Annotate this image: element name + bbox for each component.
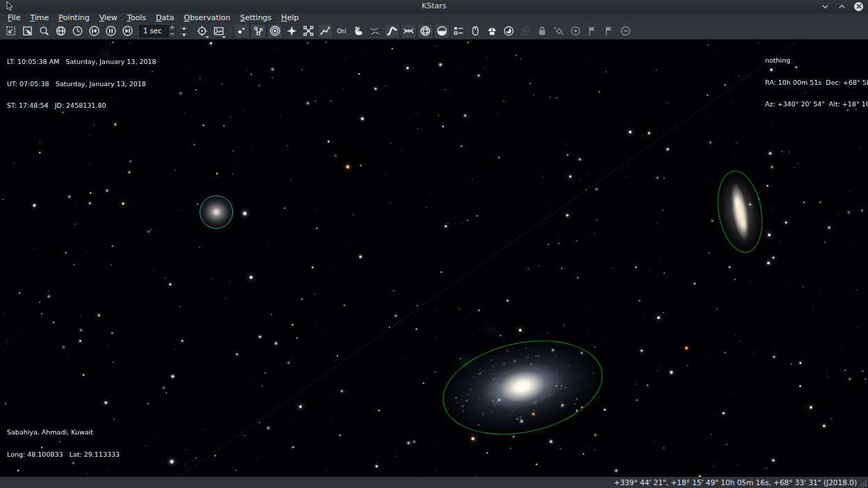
flags-icon bbox=[453, 25, 465, 37]
window-title: KStars bbox=[421, 1, 447, 10]
flag-icon bbox=[603, 25, 615, 37]
toggle-constellation-art-button[interactable] bbox=[351, 24, 367, 39]
telescope-lock-button bbox=[534, 24, 550, 39]
zoom-fit-button[interactable] bbox=[3, 24, 19, 39]
toggle-horizontal-grid-button[interactable] bbox=[417, 24, 433, 39]
toggle-constellation-names-button[interactable]: Ori bbox=[334, 24, 350, 39]
constellation-boundaries-icon bbox=[369, 25, 381, 37]
time-step-back-button[interactable] bbox=[86, 24, 102, 39]
constellation-lines-icon bbox=[319, 25, 331, 37]
toggle-solar-system-button[interactable] bbox=[267, 24, 283, 39]
menu-view[interactable]: View bbox=[95, 13, 122, 23]
set-time-button[interactable] bbox=[70, 24, 86, 39]
time-step-forward-button[interactable] bbox=[120, 24, 136, 39]
location-coords-text: Long: 48.100833 Lat: 29.113333 bbox=[5, 451, 122, 459]
toggle-satellites-button[interactable] bbox=[300, 24, 316, 39]
media-step-back-icon bbox=[88, 25, 100, 37]
telescope-sync-button bbox=[601, 24, 617, 39]
focus-info-box: nothing RA: 10h 00m 51s Dec: +68° 58' 57… bbox=[763, 42, 868, 123]
constellation-names-icon: Ori bbox=[336, 25, 348, 37]
time-pause-button[interactable] bbox=[103, 24, 119, 39]
find-object-button[interactable] bbox=[36, 24, 52, 39]
dropdown-caret-icon bbox=[205, 36, 209, 38]
time-step-input[interactable]: 1 sec bbox=[139, 25, 168, 38]
menu-observation[interactable]: Observation bbox=[179, 13, 235, 23]
center-target-icon bbox=[520, 25, 531, 37]
toggle-opaque-ground-button[interactable] bbox=[434, 24, 450, 39]
set-geographic-location-button[interactable] bbox=[53, 24, 69, 39]
close-button[interactable] bbox=[854, 2, 863, 11]
focus-object-name: nothing bbox=[763, 57, 792, 65]
location-info-box: Sabahiya, Ahmadi, Kuwait Long: 48.100833… bbox=[5, 414, 122, 473]
maximize-button[interactable] bbox=[837, 2, 846, 11]
telescope-center-button bbox=[517, 24, 533, 39]
toggle-constellation-boundaries-button[interactable] bbox=[367, 24, 383, 39]
sparkle-icon bbox=[553, 25, 565, 37]
time-unit-up-button[interactable]: ▲ bbox=[179, 25, 189, 31]
zoom-select-icon bbox=[22, 25, 33, 37]
menu-pointing[interactable]: Pointing bbox=[54, 13, 94, 23]
menu-time[interactable]: Time bbox=[25, 13, 54, 23]
telescope-abort-button bbox=[618, 24, 634, 39]
toggle-stars-button[interactable] bbox=[234, 24, 250, 39]
statusbar-coordinates: +339° 44' 21", +18° 15' 49" 10h 05m 16s,… bbox=[614, 478, 857, 487]
menubar: FileTimePointingViewToolsDataObservation… bbox=[0, 13, 868, 23]
mouse-cursor-icon bbox=[6, 1, 14, 12]
menu-file[interactable]: File bbox=[3, 13, 25, 23]
toggle-equatorial-grid-button[interactable] bbox=[401, 24, 417, 39]
sidereal-time-text: ST: 17:48:54 JD: 2458131.80 bbox=[5, 102, 108, 110]
search-icon bbox=[38, 25, 50, 37]
dropdown-caret-icon bbox=[222, 36, 226, 38]
toggle-supernovae-button[interactable] bbox=[284, 24, 300, 39]
fov-symbols-button[interactable] bbox=[211, 24, 227, 39]
whats-interesting-button[interactable] bbox=[501, 24, 517, 39]
telescope-calibrate-button bbox=[551, 24, 567, 39]
media-step-forward-icon bbox=[122, 25, 134, 37]
toggle-deep-sky-objects-button[interactable] bbox=[250, 24, 266, 39]
dome-icon bbox=[486, 25, 498, 37]
time-step-widget: 1 sec+−▲▼ bbox=[139, 25, 189, 38]
svg-text:Ori: Ori bbox=[337, 28, 346, 35]
crosshair-icon bbox=[196, 25, 208, 37]
lock-icon bbox=[536, 25, 548, 37]
dso-marker-elliptical-galaxy-selected[interactable] bbox=[200, 195, 233, 229]
time-step-decrease-button[interactable]: − bbox=[168, 31, 176, 38]
milky-way-icon bbox=[386, 25, 398, 37]
ekos-button[interactable] bbox=[484, 24, 500, 39]
indi-control-panel-button[interactable] bbox=[467, 24, 483, 39]
telescope-slew-button bbox=[584, 24, 600, 39]
stars-icon bbox=[236, 25, 248, 37]
menu-tools[interactable]: Tools bbox=[122, 13, 151, 23]
deep-sky-icon bbox=[252, 25, 264, 37]
time-unit-down-button[interactable]: ▼ bbox=[179, 32, 189, 38]
statusbar: +339° 44' 21", +18° 15' 49" 10h 05m 16s,… bbox=[0, 477, 868, 488]
ground-icon bbox=[436, 25, 448, 37]
kstars-window: KStars FileTimePointingViewToolsDataObse… bbox=[0, 0, 868, 488]
universal-time-text: UT: 07:05:38 Saturday, January 13, 2018 bbox=[5, 81, 148, 88]
toggle-constellation-lines-button[interactable] bbox=[317, 24, 333, 39]
local-time-text: LT: 10:05:38 AM Saturday, January 13, 20… bbox=[5, 58, 159, 66]
toggle-milky-way-button[interactable] bbox=[384, 24, 400, 39]
sky-map[interactable]: LT: 10:05:38 AM Saturday, January 13, 20… bbox=[0, 40, 868, 477]
horizontal-grid-icon bbox=[419, 25, 431, 37]
satellite-icon bbox=[303, 25, 314, 37]
resize-grip[interactable] bbox=[860, 480, 867, 487]
equatorial-grid-icon bbox=[403, 25, 415, 37]
zoom-select-button[interactable] bbox=[19, 24, 35, 39]
focus-azalt-text: Az: +340° 20' 54" Alt: +18° 10' 16" bbox=[763, 101, 868, 108]
menu-help[interactable]: Help bbox=[276, 13, 303, 23]
toggle-flags-button[interactable] bbox=[451, 24, 467, 39]
minimize-button[interactable] bbox=[821, 2, 830, 11]
flag-icon bbox=[586, 25, 598, 37]
solar-system-icon bbox=[269, 25, 281, 37]
device-icon bbox=[469, 25, 481, 37]
focus-radec-text: RA: 10h 00m 51s Dec: +68° 58' 57" bbox=[763, 79, 868, 87]
clock-icon bbox=[72, 25, 83, 37]
titlebar: KStars bbox=[0, 0, 868, 13]
zoom-fit-icon bbox=[5, 25, 17, 37]
eye-icon bbox=[503, 25, 515, 37]
track-object-button[interactable] bbox=[194, 24, 210, 39]
menu-data[interactable]: Data bbox=[151, 13, 179, 23]
abort-icon bbox=[620, 25, 632, 37]
menu-settings[interactable]: Settings bbox=[235, 13, 276, 23]
